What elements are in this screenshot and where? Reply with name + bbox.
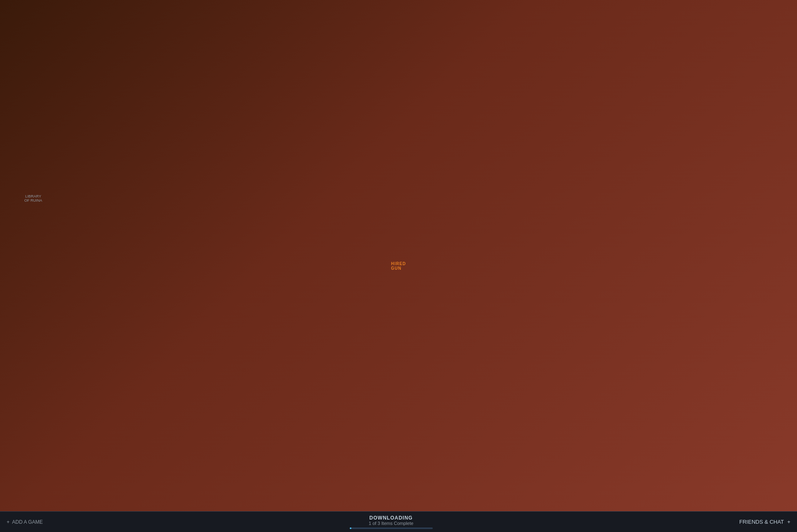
hired-gun-thumbnail: HIREDGUN (8, 242, 58, 271)
friends-chat-button[interactable]: FRIENDS & CHAT + (739, 519, 790, 525)
friends-chat-label: FRIENDS & CHAT (739, 519, 784, 525)
bottom-download-status: DOWNLOADING 1 of 3 Items Complete (350, 515, 433, 529)
friends-chat-plus-icon: + (787, 519, 790, 525)
add-game-label: ADD A GAME (12, 519, 43, 525)
bottom-bar: + ADD A GAME DOWNLOADING 1 of 3 Items Co… (0, 511, 797, 532)
add-game-plus-icon: + (7, 519, 10, 525)
hired-gun-row: HIREDGUN Necromunda: Hired Gun 393.3 MB … (0, 237, 797, 276)
bottom-progress-bar (350, 527, 433, 529)
bottom-progress-fill (350, 527, 351, 529)
add-game-button[interactable]: + ADD A GAME (7, 519, 43, 525)
bottom-dl-title: DOWNLOADING (350, 515, 433, 521)
bottom-dl-sub: 1 of 3 Items Complete (350, 521, 433, 526)
